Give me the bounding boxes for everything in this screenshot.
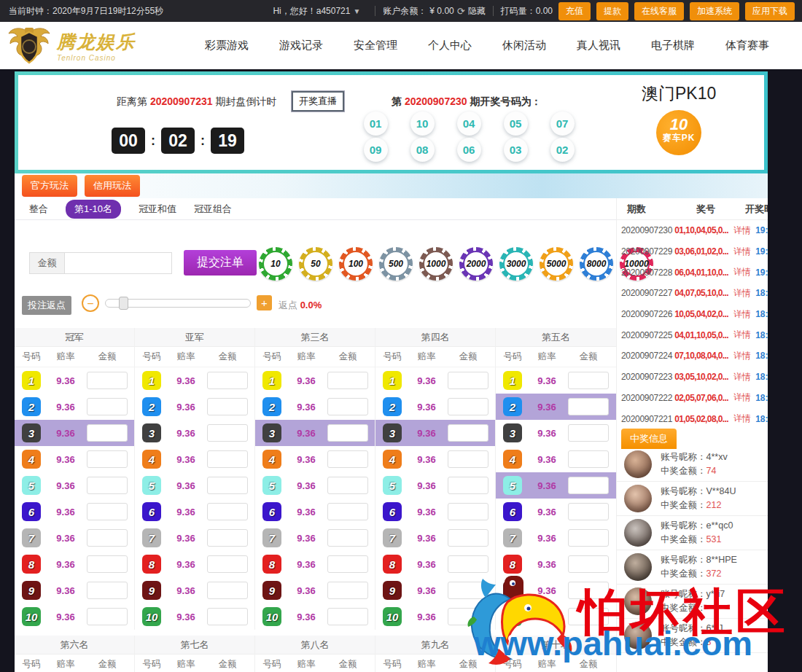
bet-amount-input[interactable] bbox=[568, 477, 609, 494]
bet-amount-input[interactable] bbox=[448, 477, 488, 494]
chip-5000[interactable]: 5000 bbox=[540, 247, 573, 281]
nav-item-休闲活动[interactable]: 休闲活动 bbox=[502, 39, 546, 52]
bet-amount-input[interactable] bbox=[207, 450, 248, 468]
number-badge[interactable]: 7 bbox=[496, 528, 529, 547]
bet-amount-input[interactable] bbox=[568, 503, 609, 520]
bet-amount-input[interactable] bbox=[568, 529, 609, 547]
number-badge[interactable]: 5 bbox=[15, 476, 48, 495]
bet-amount-input[interactable] bbox=[207, 398, 248, 415]
number-badge[interactable]: 6 bbox=[496, 502, 529, 521]
bet-amount-input[interactable] bbox=[327, 503, 368, 520]
nav-item-体育赛事[interactable]: 体育赛事 bbox=[725, 39, 769, 52]
history-detail-link[interactable]: 详情 bbox=[733, 224, 752, 237]
number-badge[interactable]: 8 bbox=[15, 555, 48, 574]
play-tab-官方玩法[interactable]: 官方玩法 bbox=[22, 175, 77, 197]
number-badge[interactable]: 4 bbox=[255, 450, 289, 469]
bet-amount-input[interactable] bbox=[568, 398, 609, 415]
bet-amount-input[interactable] bbox=[568, 372, 609, 389]
history-detail-link[interactable]: 详情 bbox=[733, 287, 752, 300]
number-badge[interactable]: 2 bbox=[496, 397, 529, 416]
number-badge[interactable]: 2 bbox=[135, 397, 168, 416]
number-badge[interactable]: 3 bbox=[255, 423, 289, 442]
topbar-button-充值[interactable]: 充值 bbox=[558, 2, 591, 20]
bet-amount-input[interactable] bbox=[87, 450, 128, 468]
number-badge[interactable]: 10 bbox=[496, 607, 529, 626]
subtab-冠亚和值[interactable]: 冠亚和值 bbox=[139, 203, 176, 216]
history-detail-link[interactable]: 详情 bbox=[733, 308, 752, 321]
history-detail-link[interactable]: 详情 bbox=[733, 266, 752, 278]
bet-amount-input[interactable] bbox=[568, 424, 609, 442]
bet-amount-input[interactable] bbox=[207, 582, 248, 599]
bet-amount-input[interactable] bbox=[327, 372, 368, 389]
bet-amount-input[interactable] bbox=[448, 424, 488, 442]
brand-logo[interactable]: 腾龙娱乐 Tenlron Casino bbox=[6, 26, 174, 66]
bet-amount-input[interactable] bbox=[87, 582, 128, 599]
number-badge[interactable]: 10 bbox=[135, 607, 168, 626]
bet-amount-input[interactable] bbox=[207, 477, 248, 494]
bet-amount-input[interactable] bbox=[207, 424, 248, 442]
number-badge[interactable]: 4 bbox=[135, 450, 168, 469]
bet-amount-input[interactable] bbox=[327, 450, 368, 468]
bet-amount-input[interactable] bbox=[207, 555, 248, 573]
rebate-plus-button[interactable]: + bbox=[257, 295, 272, 310]
chip-8000[interactable]: 8000 bbox=[580, 247, 613, 281]
number-badge[interactable]: 3 bbox=[496, 423, 529, 442]
number-badge[interactable]: 9 bbox=[255, 581, 289, 600]
live-draw-button[interactable]: 开奖直播 bbox=[292, 91, 344, 112]
bet-amount-input[interactable] bbox=[87, 398, 128, 415]
subtab-第1-10名[interactable]: 第1-10名 bbox=[66, 200, 121, 219]
history-detail-link[interactable]: 详情 bbox=[733, 329, 752, 341]
number-badge[interactable]: 3 bbox=[135, 423, 168, 442]
chip-100[interactable]: 100 bbox=[339, 247, 373, 281]
number-badge[interactable]: 5 bbox=[375, 476, 409, 495]
bet-amount-input[interactable] bbox=[327, 582, 368, 599]
number-badge[interactable]: 6 bbox=[135, 502, 168, 521]
topbar-button-加速系统[interactable]: 加速系统 bbox=[690, 2, 739, 20]
chip-500[interactable]: 500 bbox=[379, 247, 413, 281]
bet-amount-input[interactable] bbox=[327, 555, 368, 573]
bet-amount-input[interactable] bbox=[87, 424, 128, 442]
rebate-slider[interactable] bbox=[105, 299, 251, 308]
chip-1000[interactable]: 1000 bbox=[419, 247, 453, 281]
number-badge[interactable]: 5 bbox=[255, 476, 289, 495]
nav-item-彩票游戏[interactable]: 彩票游戏 bbox=[205, 39, 249, 52]
bet-amount-input[interactable] bbox=[568, 450, 609, 468]
bet-amount-input[interactable] bbox=[87, 608, 128, 625]
history-detail-link[interactable]: 详情 bbox=[733, 413, 752, 425]
chip-10[interactable]: 10 bbox=[259, 247, 292, 281]
number-badge[interactable]: 4 bbox=[496, 450, 529, 469]
chip-50[interactable]: 50 bbox=[299, 247, 332, 281]
number-badge[interactable]: 7 bbox=[375, 528, 409, 547]
number-badge[interactable]: 9 bbox=[135, 581, 168, 600]
number-badge[interactable]: 3 bbox=[15, 423, 48, 442]
bet-amount-input[interactable] bbox=[448, 555, 488, 573]
user-greeting[interactable]: Hi，您好！a450721 ▼ bbox=[273, 5, 360, 17]
number-badge[interactable]: 10 bbox=[15, 607, 48, 626]
number-badge[interactable]: 1 bbox=[496, 371, 529, 390]
number-badge[interactable]: 8 bbox=[255, 555, 289, 574]
topbar-button-提款[interactable]: 提款 bbox=[596, 2, 628, 20]
number-badge[interactable]: 10 bbox=[375, 607, 409, 626]
number-badge[interactable]: 10 bbox=[255, 607, 289, 626]
bet-amount-input[interactable] bbox=[448, 372, 488, 389]
topbar-button-在线客服[interactable]: 在线客服 bbox=[634, 2, 684, 20]
bet-amount-input[interactable] bbox=[448, 450, 488, 468]
number-badge[interactable]: 5 bbox=[496, 476, 529, 495]
number-badge[interactable]: 2 bbox=[255, 397, 289, 416]
number-badge[interactable]: 9 bbox=[15, 581, 48, 600]
bet-amount-input[interactable] bbox=[568, 608, 609, 625]
nav-item-个人中心[interactable]: 个人中心 bbox=[428, 39, 472, 52]
history-detail-link[interactable]: 详情 bbox=[733, 350, 752, 362]
refresh-icon[interactable]: ⟳ bbox=[457, 6, 465, 17]
bet-amount-input[interactable] bbox=[448, 529, 488, 547]
chip-2000[interactable]: 2000 bbox=[459, 247, 493, 281]
number-badge[interactable]: 6 bbox=[15, 502, 48, 521]
bet-amount-input[interactable] bbox=[87, 372, 128, 389]
nav-item-真人视讯[interactable]: 真人视讯 bbox=[577, 39, 620, 52]
history-detail-link[interactable]: 详情 bbox=[733, 371, 752, 383]
number-badge[interactable]: 2 bbox=[15, 397, 48, 416]
bet-amount-input[interactable] bbox=[448, 582, 488, 599]
bet-amount-input[interactable] bbox=[327, 398, 368, 415]
winners-tab[interactable]: 中奖信息 bbox=[621, 429, 677, 449]
bet-amount-input[interactable] bbox=[327, 424, 368, 442]
